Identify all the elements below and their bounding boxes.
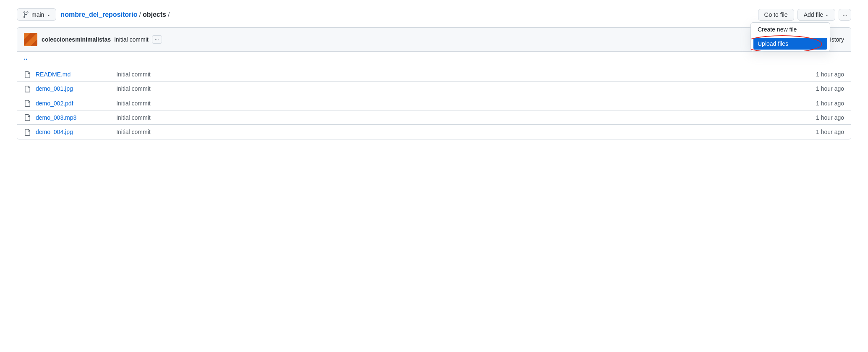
- file-commit-message: Initial commit: [116, 129, 811, 135]
- table-row: demo_002.pdf Initial commit 1 hour ago: [17, 96, 851, 110]
- upload-files-item[interactable]: Upload files: [753, 38, 827, 50]
- file-icon: [24, 71, 31, 78]
- commit-dots-button[interactable]: ···: [152, 35, 162, 44]
- toolbar-actions: Go to file Add file ··· Create new file …: [758, 9, 851, 21]
- table-row: demo_003.mp3 Initial commit 1 hour ago: [17, 110, 851, 125]
- table-row: demo_001.jpg Initial commit 1 hour ago: [17, 82, 851, 96]
- file-list: README.md Initial commit 1 hour ago demo…: [17, 67, 851, 139]
- go-to-file-button[interactable]: Go to file: [758, 9, 794, 21]
- file-commit-message: Initial commit: [116, 100, 811, 107]
- file-icon: [24, 100, 31, 107]
- file-name[interactable]: demo_004.jpg: [36, 129, 111, 135]
- path-segment: objects: [143, 11, 166, 18]
- add-file-button[interactable]: Add file: [797, 9, 836, 21]
- file-name[interactable]: demo_002.pdf: [36, 100, 111, 107]
- file-commit-message: Initial commit: [116, 71, 811, 78]
- branch-icon: [22, 11, 29, 18]
- file-name[interactable]: demo_003.mp3: [36, 114, 111, 121]
- file-table: coleccionesminimalistas Initial commit ·…: [17, 27, 851, 139]
- separator-2: /: [168, 11, 170, 18]
- file-commit-message: Initial commit: [116, 114, 811, 121]
- parent-dir-row[interactable]: ··: [17, 52, 851, 67]
- avatar: [24, 33, 37, 46]
- file-icon: [24, 85, 31, 92]
- table-row: README.md Initial commit 1 hour ago: [17, 67, 851, 81]
- more-options-button[interactable]: ···: [839, 9, 851, 21]
- commit-message: Initial commit: [114, 36, 149, 43]
- commit-header-row: coleccionesminimalistas Initial commit ·…: [17, 28, 851, 52]
- file-time: 1 hour ago: [816, 85, 844, 92]
- commit-info: coleccionesminimalistas Initial commit ·…: [42, 35, 821, 44]
- separator-1: /: [139, 11, 141, 18]
- branch-name: main: [31, 11, 44, 18]
- breadcrumb: nombre_del_repositorio / objects /: [60, 11, 753, 18]
- toolbar: main nombre_del_repositorio / objects / …: [17, 8, 851, 21]
- file-time: 1 hour ago: [816, 114, 844, 121]
- commit-author[interactable]: coleccionesminimalistas: [42, 36, 111, 43]
- create-new-file-item[interactable]: Create new file: [751, 23, 830, 36]
- file-name[interactable]: demo_001.jpg: [36, 85, 111, 92]
- file-time: 1 hour ago: [816, 100, 844, 107]
- parent-dir-label: ··: [24, 56, 27, 63]
- table-row: demo_004.jpg Initial commit 1 hour ago: [17, 125, 851, 139]
- branch-selector[interactable]: main: [17, 8, 56, 21]
- repo-link[interactable]: nombre_del_repositorio: [60, 11, 137, 18]
- add-file-label: Add file: [804, 11, 824, 18]
- add-file-dropdown: Create new file Upload files: [750, 22, 830, 52]
- file-time: 1 hour ago: [816, 71, 844, 78]
- file-time: 1 hour ago: [816, 129, 844, 135]
- chevron-down-icon: [47, 11, 51, 18]
- file-icon: [24, 114, 31, 121]
- file-commit-message: Initial commit: [116, 85, 811, 92]
- file-name[interactable]: README.md: [36, 71, 111, 78]
- upload-files-wrapper: Upload files: [751, 38, 830, 50]
- file-icon: [24, 128, 31, 135]
- chevron-down-icon-add: [825, 11, 829, 18]
